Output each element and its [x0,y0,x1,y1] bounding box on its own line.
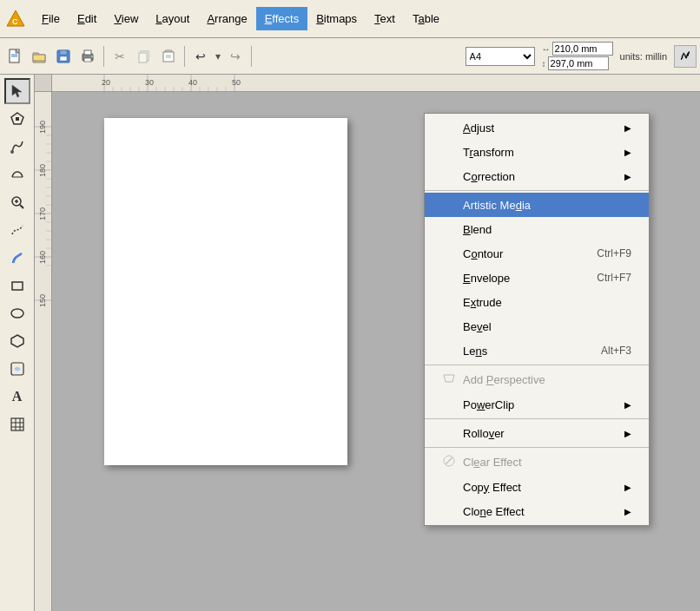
svg-line-25 [20,205,23,208]
svg-point-22 [10,150,14,154]
blend-label: Blend [463,223,631,236]
left-toolbar: A [0,75,35,611]
artistic-media-label: Artistic Media [463,199,631,212]
lens-shortcut: Alt+F3 [601,345,631,357]
undo-button[interactable]: ↩ [189,45,212,68]
freeform-tool[interactable] [4,217,30,243]
effects-lens[interactable]: Lens Alt+F3 [425,338,649,363]
correction-label: Correction [463,170,617,183]
toolbar-separator-3 [251,46,252,67]
polygon-tool[interactable] [4,328,30,354]
extra-toolbar-icon[interactable]: 🗲 [674,45,697,68]
zoom-tool[interactable] [4,189,30,215]
effects-blend[interactable]: Blend [425,217,649,241]
texture-tool[interactable] [4,356,30,382]
svg-rect-10 [84,50,91,55]
sep-3 [425,418,649,419]
svg-rect-8 [60,56,67,61]
effects-adjust[interactable]: Adjust ▶ [425,115,649,140]
svg-rect-28 [12,282,23,290]
effects-transform[interactable]: Transform ▶ [425,140,649,164]
bevel-label: Bevel [463,320,631,333]
copy-effect-label: Copy Effect [463,481,617,494]
ruler-corner [35,75,52,92]
new-button[interactable] [3,45,26,68]
page-height-input[interactable] [548,56,609,70]
paper-size-select[interactable]: A4 A3 Letter [466,47,535,66]
select-tool[interactable] [4,78,30,104]
print-button[interactable] [76,45,99,68]
effects-copy-effect[interactable]: Copy Effect ▶ [425,475,649,499]
svg-rect-7 [60,50,67,55]
canvas-area[interactable]: 20 30 40 50 [35,75,700,611]
menu-arrange[interactable]: Arrange [198,7,255,30]
rollover-label: Rollover [463,427,617,440]
undo-dropdown[interactable]: ▾ [214,50,222,62]
effects-correction[interactable]: Correction ▶ [425,164,649,188]
menu-layout[interactable]: Layout [147,7,198,30]
svg-text:190: 190 [38,121,47,134]
extrude-label: Extrude [463,296,631,309]
redo-button[interactable]: ↪ [224,45,247,68]
paste-button[interactable] [157,45,180,68]
rollover-arrow: ▶ [624,429,631,438]
menu-file[interactable]: File [33,7,69,30]
ellipse-tool[interactable] [4,300,30,326]
effects-rollover[interactable]: Rollover ▶ [425,421,649,445]
menu-text[interactable]: Text [366,7,404,30]
svg-rect-14 [139,53,147,62]
table-tool[interactable] [4,411,30,437]
menu-table[interactable]: Table [404,7,448,30]
svg-marker-80 [444,375,454,382]
paint-tool[interactable] [4,245,30,271]
open-button[interactable] [28,45,50,68]
freehand-tool[interactable] [4,134,30,160]
toolbar-right: A4 A3 Letter ↔ ↕ units: millin 🗲 [466,42,697,70]
add-perspective-icon [442,371,459,388]
lens-label: Lens [463,345,584,358]
svg-text:150: 150 [38,294,47,307]
svg-rect-32 [11,418,23,430]
main-area: A 20 30 40 50 [0,75,700,611]
effects-contour[interactable]: Contour Ctrl+F9 [425,241,649,266]
svg-text:20: 20 [102,78,110,87]
adjust-arrow: ▶ [624,123,631,133]
smart-draw-tool[interactable] [4,161,30,187]
rectangle-tool[interactable] [4,273,30,299]
canvas-page[interactable] [104,118,347,465]
effects-clone-effect[interactable]: Clone Effect ▶ [425,499,649,523]
contour-label: Contour [463,247,579,260]
save-button[interactable] [52,45,75,68]
svg-text:50: 50 [232,78,241,87]
copy-button[interactable] [133,45,155,68]
effects-extrude[interactable]: Extrude [425,290,649,314]
menu-bitmaps[interactable]: Bitmaps [307,7,366,30]
paper-size-dropdown[interactable]: A4 A3 Letter [466,47,535,66]
svg-point-29 [11,309,23,318]
menu-view[interactable]: View [105,7,147,30]
menu-edit[interactable]: Edit [69,7,105,30]
adjust-label: Adjust [463,122,617,135]
cut-button[interactable]: ✂ [109,45,131,68]
sep-4 [425,447,649,448]
text-tool[interactable]: A [4,384,30,410]
ruler-top: 20 30 40 50 [52,75,700,92]
effects-artistic-media[interactable]: Artistic Media [425,193,649,217]
copy-effect-arrow: ▶ [624,483,631,492]
effects-bevel[interactable]: Bevel [425,314,649,338]
effects-powerclip[interactable]: PowerClip ▶ [425,392,649,417]
sep-2 [425,365,649,365]
envelope-label: Envelope [463,272,579,285]
add-perspective-label: Add Perspective [463,373,631,386]
svg-text:160: 160 [38,251,47,264]
main-toolbar: ✂ ↩ ▾ ↪ A4 A3 Letter ↔ ↕ units: mil [0,38,700,75]
node-tool[interactable] [4,106,30,132]
transform-label: Transform [463,146,617,159]
contour-shortcut: Ctrl+F9 [597,247,631,260]
effects-envelope[interactable]: Envelope Ctrl+F7 [425,266,649,290]
clone-effect-arrow: ▶ [624,507,631,516]
page-width-input[interactable] [552,42,613,56]
units-label: units: millin [620,51,667,62]
menu-effects[interactable]: Effects [256,7,308,30]
clear-effect-label: Clear Effect [463,456,631,469]
